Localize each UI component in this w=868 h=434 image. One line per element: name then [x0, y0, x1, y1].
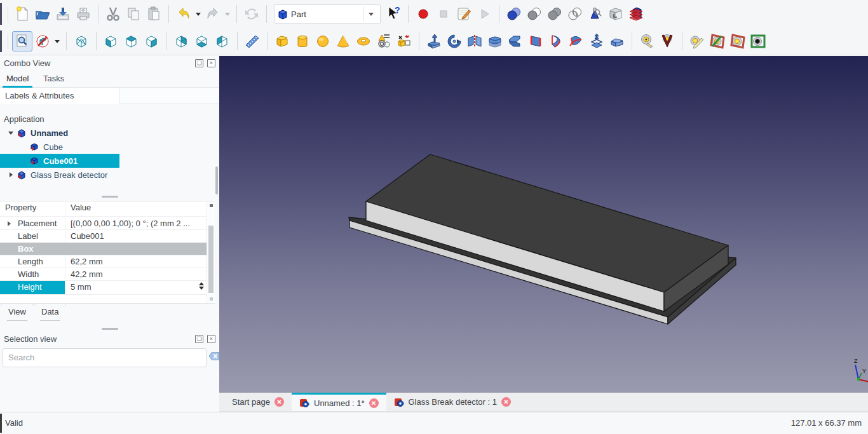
tree-item-cube001[interactable]: Cube001 [0, 154, 119, 168]
mirror-icon[interactable] [465, 31, 485, 51]
expand-arrow-icon[interactable] [8, 130, 14, 136]
check-geometry-icon[interactable] [585, 4, 606, 24]
chamfer-icon[interactable] [505, 31, 526, 51]
workbench-selector[interactable]: Part [274, 4, 381, 24]
axonometric-view-icon[interactable] [71, 31, 92, 51]
measure-distance-icon[interactable] [242, 31, 262, 51]
selection-search-input[interactable]: Search [3, 348, 207, 367]
panel-splitter[interactable] [102, 328, 118, 330]
rear-view-icon[interactable] [172, 31, 192, 51]
close-panel-icon[interactable]: × [207, 335, 215, 343]
tree-item-glass-break-detector[interactable]: Glass Break detector [0, 168, 219, 182]
save-icon[interactable] [53, 4, 73, 24]
left-view-icon[interactable] [212, 31, 233, 51]
redo-icon[interactable] [203, 4, 223, 24]
sweep-icon[interactable] [566, 31, 587, 51]
copy-icon[interactable] [123, 4, 144, 24]
property-group-box[interactable]: Box [0, 243, 207, 255]
tab-start-page[interactable]: Start page ✕ [224, 393, 292, 411]
primitive-box-icon[interactable] [272, 31, 292, 51]
defeaturing-icon[interactable] [606, 4, 626, 24]
paste-icon[interactable] [144, 4, 164, 24]
refresh-icon[interactable] [241, 4, 262, 24]
expand-arrow-icon[interactable] [8, 221, 11, 226]
print-icon[interactable] [73, 4, 93, 24]
measure-linear-icon[interactable] [637, 31, 657, 51]
undo-icon[interactable] [173, 4, 194, 24]
property-row-length[interactable]: Length 62,2 mm [0, 255, 207, 268]
primitive-cylinder-icon[interactable] [292, 31, 313, 51]
property-column-header[interactable]: Property [0, 201, 65, 216]
tab-glass-break-detector[interactable]: Glass Break detector : 1 ✕ [386, 393, 519, 411]
fillet-icon[interactable] [485, 31, 505, 51]
ruled-surface-icon[interactable] [526, 31, 546, 51]
primitive-torus-icon[interactable] [353, 31, 374, 51]
3d-viewport[interactable]: Z Y X [219, 56, 868, 393]
macro-play-icon[interactable] [474, 4, 494, 24]
new-document-icon[interactable] [12, 4, 32, 24]
clear-search-icon[interactable] [209, 352, 219, 360]
shape-builder-icon[interactable] [394, 31, 414, 51]
tab-data[interactable]: Data [34, 304, 65, 321]
tree-item-unnamed[interactable]: Unnamed [0, 126, 219, 140]
cut-icon[interactable] [103, 4, 123, 24]
close-panel-icon[interactable]: × [207, 59, 215, 67]
property-scrollbar[interactable] [207, 201, 215, 303]
boolean-intersection-icon[interactable] [565, 4, 585, 24]
undo-dropdown-icon[interactable] [194, 4, 203, 24]
value-column-header[interactable]: Value [65, 201, 207, 216]
redo-dropdown-icon[interactable] [223, 4, 232, 24]
right-view-icon[interactable] [142, 31, 162, 51]
tree-root[interactable]: Application [0, 112, 219, 126]
property-row-placement[interactable]: Placement [(0,00 0,00 1,00); 0 °; (2 mm … [0, 217, 207, 230]
extrude-icon[interactable] [424, 31, 444, 51]
whats-this-icon[interactable]: ? [383, 4, 403, 24]
float-panel-icon[interactable]: ❏ [195, 59, 203, 67]
float-panel-icon[interactable]: ❏ [195, 335, 203, 343]
fit-all-icon[interactable] [12, 31, 32, 51]
height-spinner[interactable] [199, 282, 204, 290]
tab-view[interactable]: View [1, 304, 33, 321]
create-primitives-icon[interactable] [374, 31, 394, 51]
measure-angular-icon[interactable] [657, 31, 677, 51]
measure-annotate-icon[interactable] [687, 31, 707, 51]
tab-unnamed-document[interactable]: Unnamed : 1* ✕ [292, 393, 386, 411]
property-row-label[interactable]: Label Cube001 [0, 230, 207, 243]
scroll-up-icon[interactable] [210, 204, 213, 207]
scroll-down-icon[interactable] [210, 297, 213, 301]
tree-header-label[interactable]: Labels & Attributes [0, 88, 119, 104]
3d-model-boxes[interactable]: Z Y X [219, 56, 868, 393]
tab-model[interactable]: Model [3, 71, 32, 88]
property-row-height[interactable]: Height 5 mm [0, 281, 207, 295]
workbench-dropdown-icon[interactable] [363, 7, 377, 21]
boolean-union-icon[interactable] [545, 4, 565, 24]
tree-property-splitter[interactable] [102, 196, 118, 198]
draw-style-icon[interactable] [32, 31, 53, 51]
open-document-icon[interactable] [32, 4, 53, 24]
dock-splitter-handle[interactable] [215, 166, 218, 194]
bottom-view-icon[interactable] [192, 31, 212, 51]
loft-icon[interactable] [546, 31, 566, 51]
thickness-icon[interactable] [607, 31, 627, 51]
revolve-icon[interactable] [444, 31, 465, 51]
measure-toggle-3d-icon[interactable] [728, 31, 748, 51]
measure-clear-all-icon[interactable] [707, 31, 728, 51]
draw-style-dropdown-icon[interactable] [53, 31, 62, 51]
tree-item-cube[interactable]: Cube [0, 140, 219, 154]
macro-stop-icon[interactable] [433, 4, 454, 24]
boolean-cut-icon[interactable] [524, 4, 545, 24]
close-tab-icon[interactable]: ✕ [369, 398, 379, 408]
scrollbar-thumb[interactable] [208, 226, 214, 293]
close-tab-icon[interactable]: ✕ [275, 397, 284, 407]
front-view-icon[interactable] [101, 31, 121, 51]
offset-icon[interactable] [587, 31, 607, 51]
boolean-icon[interactable] [504, 4, 524, 24]
measure-toggle-all-icon[interactable] [748, 31, 768, 51]
collapse-arrow-icon[interactable] [8, 172, 14, 178]
macro-edit-icon[interactable] [454, 4, 474, 24]
primitive-sphere-icon[interactable] [313, 31, 333, 51]
macro-record-icon[interactable] [413, 4, 433, 24]
primitive-cone-icon[interactable] [333, 31, 353, 51]
cross-sections-icon[interactable] [626, 4, 646, 24]
property-row-width[interactable]: Width 42,2 mm [0, 268, 207, 281]
